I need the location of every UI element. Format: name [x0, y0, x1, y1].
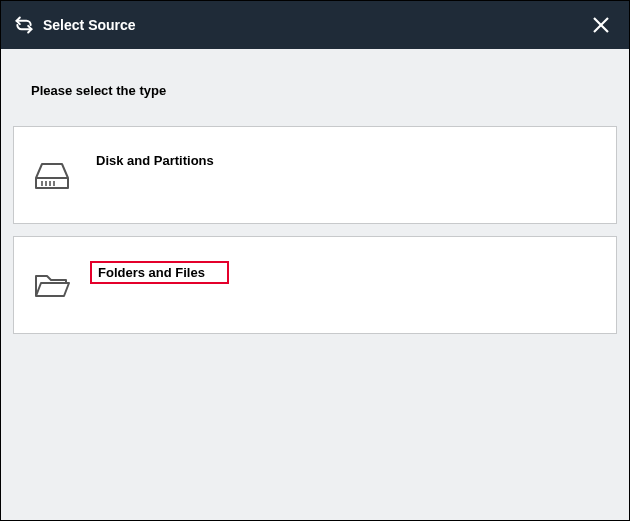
dialog-body: Please select the type Disk and Partitio…	[1, 49, 629, 520]
prompt-text: Please select the type	[13, 69, 617, 126]
folder-icon	[22, 270, 82, 300]
titlebar: Select Source	[1, 1, 629, 49]
option-label: Folders and Files	[90, 261, 229, 284]
disk-icon	[22, 158, 82, 192]
option-folders-files[interactable]: Folders and Files	[13, 236, 617, 334]
app-icon	[13, 14, 35, 36]
option-label: Disk and Partitions	[90, 151, 236, 170]
close-icon	[592, 16, 610, 34]
option-disk-partitions[interactable]: Disk and Partitions	[13, 126, 617, 224]
select-source-dialog: Select Source Please select the type	[0, 0, 630, 521]
close-button[interactable]	[585, 9, 617, 41]
dialog-title: Select Source	[43, 17, 585, 33]
